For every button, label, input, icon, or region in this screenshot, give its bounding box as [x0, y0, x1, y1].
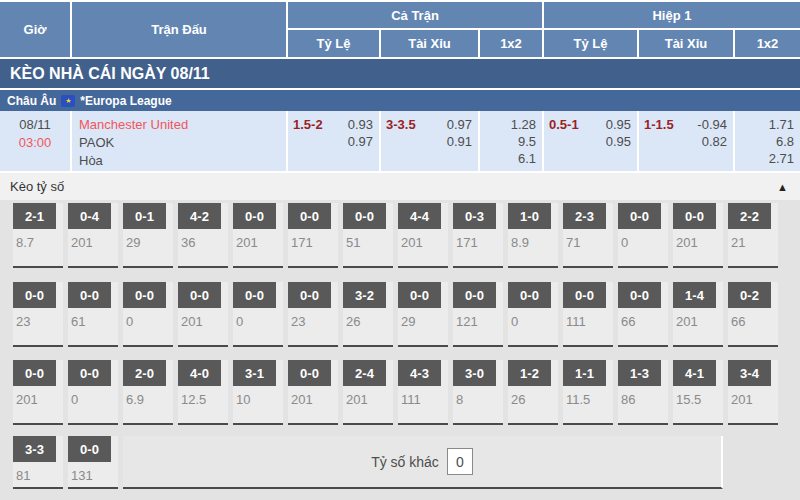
score-odds-cell[interactable]: 0-0171	[288, 203, 338, 268]
full-1x2-away-odd[interactable]: 9.5	[511, 133, 536, 150]
score-label: 0-0	[343, 203, 386, 229]
score-odds-cell[interactable]: 0-0201	[13, 360, 63, 425]
score-label: 1-3	[618, 360, 661, 386]
score-odds-cell[interactable]: 0-023	[288, 282, 338, 347]
score-odds-cell[interactable]: 3-381	[13, 436, 63, 489]
collapse-arrow-icon[interactable]: ▲	[777, 181, 788, 193]
score-odds-value: 201	[728, 386, 778, 407]
half-1x2-away-odd[interactable]: 6.8	[769, 133, 794, 150]
score-label: 0-0	[123, 282, 166, 308]
score-label: 0-0	[508, 282, 551, 308]
full-overunder-cell[interactable]: 3-3.5 0.97 0.91	[381, 111, 480, 171]
score-odds-value: 201	[398, 229, 448, 250]
score-odds-cell[interactable]: 2-06.9	[123, 360, 173, 425]
score-odds-cell[interactable]: 0-3171	[453, 203, 503, 268]
score-odds-value: 0	[233, 308, 283, 329]
score-odds-cell[interactable]: 2-371	[563, 203, 613, 268]
score-label: 0-0	[13, 282, 56, 308]
other-score-input[interactable]	[447, 448, 473, 475]
half-under-odd[interactable]: 0.82	[697, 133, 727, 150]
score-odds-cell[interactable]: 0-0131	[68, 436, 118, 489]
score-label: 1-2	[508, 360, 551, 386]
score-odds-cell[interactable]: 4-4201	[398, 203, 448, 268]
score-odds-cell[interactable]: 4-115.5	[673, 360, 723, 425]
score-odds-value: 171	[288, 229, 338, 250]
score-label: 3-0	[453, 360, 496, 386]
league-bar[interactable]: Châu Âu ★ *Europa League	[0, 90, 800, 111]
score-odds-cell[interactable]: 0-0111	[563, 282, 613, 347]
score-label: 0-0	[453, 282, 496, 308]
score-odds-cell[interactable]: 0-0201	[233, 203, 283, 268]
subcol-full-handicap: Tỷ Lệ	[288, 30, 381, 57]
full-1x2-cell[interactable]: 1.28 9.5 6.1	[480, 111, 544, 171]
score-odds-value: 201	[13, 386, 63, 407]
full-handicap-cell[interactable]: 1.5-2 0.93 0.97	[288, 111, 381, 171]
group-full-header: Cả Trận	[288, 2, 544, 30]
score-odds-cell[interactable]: 0-0121	[453, 282, 503, 347]
score-odds-cell[interactable]: 4-236	[178, 203, 228, 268]
score-odds-cell[interactable]: 1-08.9	[508, 203, 558, 268]
score-odds-cell[interactable]: 0-00	[618, 203, 668, 268]
full-handicap-odd-home[interactable]: 0.93	[348, 116, 373, 133]
half-handicap-odd-away[interactable]: 0.95	[606, 133, 631, 150]
score-odds-cell[interactable]: 1-4201	[673, 282, 723, 347]
score-odds-cell[interactable]: 1-386	[618, 360, 668, 425]
score-odds-cell[interactable]: 3-08	[453, 360, 503, 425]
subcol-half-1x2: 1x2	[735, 30, 800, 57]
score-odds-cell[interactable]: 1-226	[508, 360, 558, 425]
score-odds-cell[interactable]: 2-18.7	[13, 203, 63, 268]
half-1x2-draw-odd[interactable]: 2.71	[769, 150, 794, 167]
score-odds-cell[interactable]: 0-023	[13, 282, 63, 347]
score-odds-cell[interactable]: 0-061	[68, 282, 118, 347]
score-odds-cell[interactable]: 0-0201	[673, 203, 723, 268]
half-1x2-cell[interactable]: 1.71 6.8 2.71	[735, 111, 800, 171]
score-label: 2-0	[123, 360, 166, 386]
full-1x2-draw-odd[interactable]: 6.1	[511, 150, 536, 167]
score-odds-cell[interactable]: 0-051	[343, 203, 393, 268]
away-team-link[interactable]: PAOK	[79, 134, 286, 152]
score-odds-value: 81	[13, 462, 63, 483]
score-odds-cell[interactable]: 0-129	[123, 203, 173, 268]
score-odds-cell[interactable]: 2-4201	[343, 360, 393, 425]
half-handicap-odd-home[interactable]: 0.95	[606, 116, 631, 133]
score-odds-value: 29	[123, 229, 173, 250]
score-label: 3-3	[13, 436, 56, 462]
score-odds-cell[interactable]: 0-066	[618, 282, 668, 347]
score-odds-cell[interactable]: 2-221	[728, 203, 778, 268]
half-1x2-home-odd[interactable]: 1.71	[769, 116, 794, 133]
full-1x2-home-odd[interactable]: 1.28	[511, 116, 536, 133]
score-label: 3-2	[343, 282, 386, 308]
score-section-title: Kèo tỷ số	[10, 179, 64, 194]
half-over-odd[interactable]: -0.94	[697, 116, 727, 133]
score-odds-value: 26	[508, 386, 558, 407]
full-under-odd[interactable]: 0.91	[447, 133, 472, 150]
score-odds-value: 201	[673, 308, 723, 329]
score-odds-cell[interactable]: 0-00	[233, 282, 283, 347]
score-odds-cell[interactable]: 0-029	[398, 282, 448, 347]
score-odds-cell[interactable]: 0-0201	[288, 360, 338, 425]
full-handicap-odd-away[interactable]: 0.97	[348, 133, 373, 150]
score-odds-cell[interactable]: 0-0201	[178, 282, 228, 347]
score-odds-cell[interactable]: 0-266	[728, 282, 778, 347]
score-odds-cell[interactable]: 3-226	[343, 282, 393, 347]
score-label: 0-0	[288, 203, 331, 229]
full-over-odd[interactable]: 0.97	[447, 116, 472, 133]
home-team-link[interactable]: Manchester United	[79, 116, 286, 134]
half-handicap-cell[interactable]: 0.5-1 0.95 0.95	[544, 111, 639, 171]
score-label: 4-1	[673, 360, 716, 386]
score-label: 4-4	[398, 203, 441, 229]
score-odds-cell[interactable]: 0-00	[123, 282, 173, 347]
score-odds-cell[interactable]: 4-3111	[398, 360, 448, 425]
score-label: 0-0	[13, 360, 56, 386]
score-label: 0-3	[453, 203, 496, 229]
score-odds-cell[interactable]: 0-4201	[68, 203, 118, 268]
score-odds-cell[interactable]: 4-012.5	[178, 360, 228, 425]
league-region-label: Châu Âu	[7, 94, 56, 108]
score-odds-cell[interactable]: 1-111.5	[563, 360, 613, 425]
score-odds-cell[interactable]: 3-4201	[728, 360, 778, 425]
odds-table-header: Giờ Trận Đấu Cả Trận Tỷ Lệ Tài Xỉu 1x2 H…	[0, 0, 800, 57]
half-overunder-cell[interactable]: 1-1.5 -0.94 0.82	[639, 111, 735, 171]
score-odds-cell[interactable]: 3-110	[233, 360, 283, 425]
score-odds-cell[interactable]: 0-00	[508, 282, 558, 347]
score-odds-cell[interactable]: 0-00	[68, 360, 118, 425]
